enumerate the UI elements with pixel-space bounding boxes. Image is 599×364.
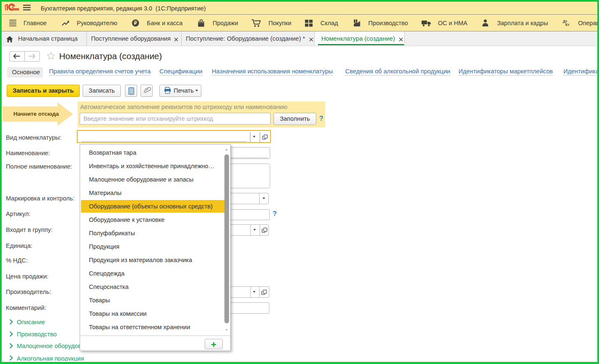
svg-text:₽: ₽	[134, 21, 137, 26]
